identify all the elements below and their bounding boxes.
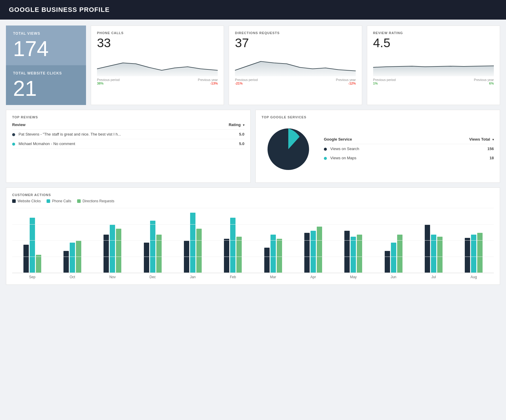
review-prev-year-pct: 6% bbox=[489, 82, 494, 85]
phone-calls-prev-year-label: Previous year bbox=[198, 78, 218, 82]
services-card: TOP GOOGLE SERVICES Goog bbox=[255, 110, 500, 183]
bar bbox=[144, 243, 149, 273]
month-group bbox=[213, 218, 253, 273]
month-group bbox=[12, 218, 52, 273]
review-rating-footer: Previous period 1% Previous year 6% bbox=[373, 78, 494, 85]
bar bbox=[156, 235, 162, 273]
bar bbox=[196, 229, 202, 273]
pie-chart-container bbox=[262, 122, 315, 177]
reviews-col-rating: Rating ▾ bbox=[215, 122, 244, 130]
review-rating-card: REVIEW RATING 4.5 Previous period bbox=[367, 26, 500, 105]
bar bbox=[30, 218, 35, 273]
customer-actions-card: CUSTOMER ACTIONS Website ClicksPhone Cal… bbox=[6, 187, 500, 285]
month-label: Sep bbox=[12, 275, 52, 279]
review-rating-value: 5.0 bbox=[215, 130, 244, 139]
phone-calls-prev-period-label: Previous period bbox=[97, 78, 120, 82]
month-group bbox=[52, 241, 92, 273]
review-row: Michael Mcmahon - No comment 5.0 bbox=[12, 139, 244, 149]
bar bbox=[184, 241, 189, 273]
top-metrics-row: TOTAL VIEWS 174 TOTAL WEBSITE CLICKS 21 … bbox=[6, 26, 500, 105]
service-name: Views on Maps bbox=[324, 153, 424, 163]
phone-calls-chart bbox=[97, 52, 218, 76]
legend-item: Phone Calls bbox=[47, 199, 71, 203]
bar-chart-inner bbox=[12, 208, 494, 273]
review-prev-period-pct: 1% bbox=[373, 82, 378, 85]
month-group bbox=[373, 235, 413, 273]
bar bbox=[277, 239, 282, 273]
total-views-label: TOTAL VIEWS bbox=[13, 31, 79, 36]
phone-calls-footer: Previous period 38% Previous year -13% bbox=[97, 78, 218, 85]
phone-calls-card: PHONE CALLS 33 Previous period bbox=[91, 26, 224, 105]
legend-item: Website Clicks bbox=[12, 199, 41, 203]
total-clicks-card: TOTAL WEBSITE CLICKS 21 bbox=[6, 65, 86, 105]
services-legend: Google Service Views Total ▾ Views on Se… bbox=[324, 137, 494, 163]
total-clicks-label: TOTAL WEBSITE CLICKS bbox=[13, 71, 79, 75]
bar bbox=[425, 225, 430, 273]
page-header: GOOGLE BUSINESS PROFILE bbox=[0, 0, 506, 20]
bar bbox=[224, 239, 229, 273]
month-group bbox=[93, 225, 133, 273]
bar bbox=[351, 237, 356, 273]
month-group bbox=[173, 213, 213, 273]
review-rating-label: REVIEW RATING bbox=[373, 31, 494, 35]
bar bbox=[431, 235, 436, 273]
bar bbox=[385, 251, 390, 273]
month-label: Dec bbox=[133, 275, 173, 279]
total-clicks-value: 21 bbox=[13, 78, 79, 99]
review-prev-year-label: Previous year bbox=[474, 78, 494, 82]
phone-calls-label: PHONE CALLS bbox=[97, 31, 218, 35]
bar bbox=[116, 229, 121, 273]
bar bbox=[471, 235, 476, 273]
bar-labels: SepOctNovDecJanFebMarAprMayJunJulAug bbox=[12, 275, 494, 279]
svg-marker-2 bbox=[373, 66, 494, 76]
month-group bbox=[454, 233, 494, 273]
bar bbox=[23, 245, 29, 273]
month-group bbox=[293, 227, 333, 273]
bar bbox=[150, 221, 155, 273]
directions-prev-period-label: Previous period bbox=[235, 78, 257, 82]
bar bbox=[344, 231, 350, 273]
reviews-card: TOP REVIEWS Review Rating ▾ Pat Stevens … bbox=[6, 110, 251, 183]
bar bbox=[465, 238, 470, 273]
month-label: Feb bbox=[213, 275, 253, 279]
service-row: Views on Maps 18 bbox=[324, 153, 494, 163]
total-views-card: TOTAL VIEWS 174 bbox=[6, 26, 86, 65]
month-group bbox=[413, 225, 454, 273]
services-table: Google Service Views Total ▾ Views on Se… bbox=[324, 137, 494, 163]
middle-section: TOP REVIEWS Review Rating ▾ Pat Stevens … bbox=[6, 110, 500, 183]
services-col-views: Views Total ▾ bbox=[424, 137, 494, 144]
total-views-value: 174 bbox=[13, 38, 79, 59]
phone-calls-prev-year-pct: -13% bbox=[210, 82, 218, 85]
views-sort-icon[interactable]: ▾ bbox=[492, 138, 494, 141]
reviews-table: Review Rating ▾ Pat Stevens - "The staff… bbox=[12, 122, 244, 149]
bar bbox=[357, 235, 362, 273]
month-group bbox=[333, 231, 373, 273]
bar bbox=[311, 231, 316, 273]
bar bbox=[270, 235, 276, 273]
month-label: Jul bbox=[413, 275, 454, 279]
bar bbox=[397, 235, 402, 273]
month-label: Aug bbox=[454, 275, 494, 279]
bar bbox=[264, 248, 270, 273]
bar bbox=[230, 218, 236, 273]
bar bbox=[110, 225, 115, 273]
directions-value: 37 bbox=[235, 36, 356, 50]
phone-calls-value: 33 bbox=[97, 36, 218, 50]
page-title: GOOGLE BUSINESS PROFILE bbox=[9, 6, 110, 13]
directions-chart bbox=[235, 52, 356, 76]
svg-marker-1 bbox=[235, 61, 356, 76]
bar bbox=[391, 243, 396, 273]
legend-item: Directions Requests bbox=[77, 199, 114, 203]
review-prev-period-label: Previous period bbox=[373, 78, 396, 82]
directions-footer: Previous period -21% Previous year -12% bbox=[235, 78, 356, 85]
customer-actions-title: CUSTOMER ACTIONS bbox=[12, 193, 494, 197]
grid-line bbox=[12, 208, 494, 208]
left-metrics: TOTAL VIEWS 174 TOTAL WEBSITE CLICKS 21 bbox=[6, 26, 86, 105]
bar-chart: SepOctNovDecJanFebMarAprMayJunJulAug bbox=[12, 208, 494, 279]
phone-calls-prev-period-pct: 38% bbox=[97, 82, 104, 85]
rating-sort-icon[interactable]: ▾ bbox=[243, 123, 244, 127]
reviewer-name: Michael Mcmahon - No comment bbox=[12, 139, 215, 149]
month-group bbox=[133, 221, 173, 273]
review-rating-chart bbox=[373, 52, 494, 76]
month-group bbox=[253, 235, 293, 273]
